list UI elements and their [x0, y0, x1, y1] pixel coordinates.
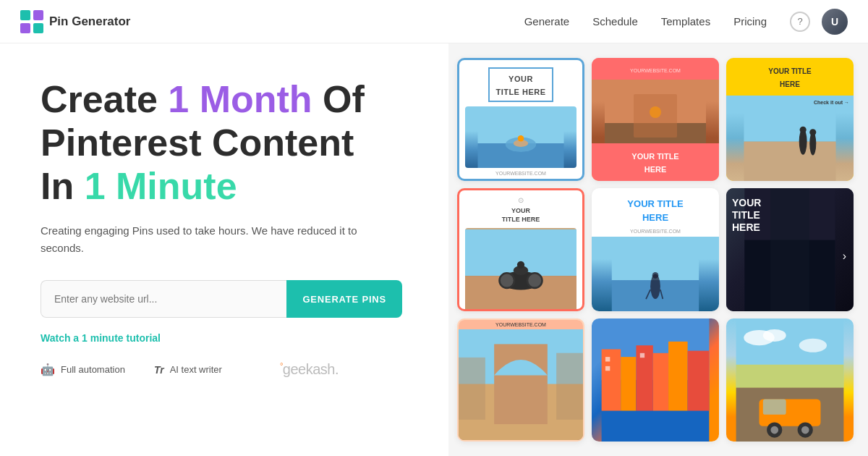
feature-ai-writer: Tr AI text writer	[154, 361, 222, 378]
nav-schedule[interactable]: Schedule	[592, 15, 638, 28]
svg-point-8	[518, 135, 524, 142]
help-button[interactable]: ?	[790, 12, 810, 32]
svg-rect-56	[736, 365, 844, 388]
headline-part2: Of	[312, 78, 365, 120]
svg-rect-59	[763, 400, 786, 415]
hero-subtext: Creating engaging Pins used to take hour…	[41, 222, 388, 257]
pin-card-7: YOURWEBSITE.COM	[457, 318, 584, 442]
svg-point-22	[499, 274, 514, 289]
svg-point-54	[763, 329, 786, 342]
svg-point-55	[799, 339, 827, 352]
pin-3-cta: Check it out →	[814, 100, 849, 105]
ai-writer-icon: Tr	[154, 364, 164, 376]
pin-2-title: YOUR TITLEHERE	[631, 152, 678, 174]
website-url-input[interactable]	[41, 280, 286, 318]
pin-4-scene	[465, 228, 576, 311]
svg-rect-49	[605, 357, 610, 361]
pin-1-website: YOURWEBSITE.COM	[495, 171, 546, 176]
pin-5-title-area: YOUR TITLEHERE	[592, 188, 719, 227]
svg-rect-51	[640, 353, 644, 358]
nav-pricing[interactable]: Pricing	[733, 15, 767, 28]
headline-line2: Pinterest Content	[41, 122, 354, 164]
pin-card-8	[592, 318, 719, 442]
pin-1-title: YOURTITLE HERE	[495, 75, 545, 96]
svg-rect-44	[621, 357, 636, 410]
pin-5-image	[592, 237, 719, 311]
pin-card-1: YOURTITLE HERE YOURWEBSITE.COM	[457, 58, 584, 181]
pin-7-scene	[459, 329, 583, 442]
automation-icon: 🤖	[41, 363, 55, 376]
pin-card-9	[726, 318, 854, 442]
nav-templates[interactable]: Templates	[661, 15, 710, 28]
pin-5-title: YOUR TITLEHERE	[627, 198, 683, 223]
pin-grid: YOURTITLE HERE YOURWEBSITE.COM YOURWEBSI…	[448, 43, 868, 456]
svg-rect-43	[602, 350, 621, 411]
hero-section: Create 1 Month Of Pinterest Content In 1…	[0, 43, 448, 456]
ai-writer-label: AI text writer	[170, 364, 222, 375]
brand-logo[interactable]: Pin Generator	[20, 10, 524, 33]
headline-line3-pre: In	[41, 165, 85, 207]
svg-rect-39	[459, 358, 485, 420]
pin-2-website: YOURWEBSITE.COM	[630, 68, 681, 73]
svg-point-12	[650, 106, 661, 118]
svg-rect-48	[688, 351, 710, 411]
generate-pins-button[interactable]: GENERATE PINS	[286, 280, 402, 318]
pin-1-image	[465, 106, 576, 168]
pin-2-image	[592, 80, 719, 152]
pin-1-title-box: YOURTITLE HERE	[488, 67, 553, 102]
nav-links: Generate Schedule Templates Pricing	[524, 15, 767, 28]
avatar[interactable]: U	[822, 9, 848, 35]
pin-9-image	[726, 318, 854, 442]
automation-label: Full automation	[61, 364, 125, 375]
pin-3-scene	[726, 96, 854, 181]
svg-rect-1	[20, 23, 30, 33]
pin-7-image	[459, 329, 583, 442]
main-content: Create 1 Month Of Pinterest Content In 1…	[0, 43, 868, 456]
tutorial-link[interactable]: Watch a 1 minute tutorial	[41, 332, 408, 344]
pin-3-title-area: YOUR TITLEHERE	[726, 58, 854, 96]
pin-6-arrow-icon: ›	[843, 250, 846, 263]
feature-automation: 🤖 Full automation	[41, 361, 125, 378]
svg-rect-0	[20, 10, 30, 20]
svg-rect-40	[556, 353, 583, 420]
pin-8-scene	[592, 318, 719, 442]
pin-1-scene	[465, 106, 576, 168]
svg-rect-38	[494, 344, 548, 424]
pin-4-image	[465, 228, 576, 311]
headline-highlight2: 1 Minute	[85, 165, 237, 207]
pin-card-3: YOUR TITLEHERE Check it out →	[726, 58, 854, 181]
pin-card-5: YOUR TITLEHERE YOURWEBSITE.COM	[592, 188, 719, 311]
headline: Create 1 Month Of Pinterest Content In 1…	[41, 78, 408, 208]
input-row: GENERATE PINS	[41, 280, 402, 318]
pin-5-scene	[592, 237, 719, 311]
svg-rect-2	[33, 10, 43, 20]
nav-generate[interactable]: Generate	[524, 15, 570, 28]
svg-rect-3	[33, 23, 43, 33]
svg-point-16	[800, 127, 807, 133]
pin-6-title: YOURTITLEHERE	[726, 188, 854, 242]
headline-part1: Create	[41, 78, 168, 120]
pin-2-overlay: YOUR TITLEHERE	[592, 143, 719, 181]
geekash-logo: °geekash.	[280, 361, 339, 378]
pin-4-icon: ⊙	[518, 196, 524, 204]
pin-5-website: YOURWEBSITE.COM	[592, 227, 719, 237]
svg-rect-50	[605, 366, 610, 371]
svg-point-30	[652, 272, 659, 279]
svg-point-25	[517, 261, 524, 269]
pin-7-label: YOURWEBSITE.COM	[459, 320, 583, 329]
pin-2-scene	[592, 80, 719, 152]
pin-3-title: YOUR TITLEHERE	[768, 67, 811, 88]
pin-9-scene	[726, 318, 854, 442]
pin-8-image	[592, 318, 719, 442]
features-list: 🤖 Full automation Tr AI text writer °gee…	[41, 361, 408, 378]
pin-card-4: ⊙ YOURTITLE HERE	[457, 188, 584, 311]
pin-2-top-bar: YOURWEBSITE.COM	[592, 58, 719, 80]
svg-rect-14	[744, 142, 835, 181]
brand-name: Pin Generator	[49, 14, 130, 29]
svg-point-61	[770, 426, 778, 434]
navbar: Pin Generator Generate Schedule Template…	[0, 0, 868, 43]
pin-4-title: YOURTITLE HERE	[502, 207, 540, 224]
svg-point-18	[809, 129, 816, 135]
svg-rect-46	[653, 353, 668, 411]
pin-3-image: Check it out →	[726, 96, 854, 181]
